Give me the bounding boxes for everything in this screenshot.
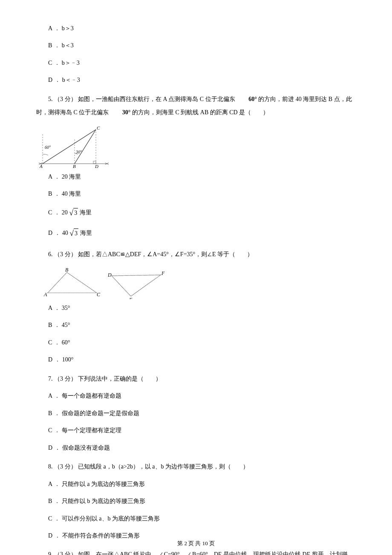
svg-text:D: D (95, 164, 98, 168)
q8-stem: 8. （3 分） 已知线段 a，b（a>2b），以 a、b 为边作等腰三角形，则… (48, 460, 356, 474)
q5-stem: 5. （3 分） 如图，一渔船由西往东航行，在 A 点测得海岛 C 位于北偏东 … (36, 93, 356, 119)
option-text: 可以作分别以 a、b 为底的等腰三角形 (62, 515, 160, 522)
option-text: b＞3 (62, 25, 74, 32)
q-points: （3 分） (54, 251, 77, 257)
q-text: 如图，若△ABC≌△DEF，∠A=45°，∠F=35°，则∠E 等于（ ） (78, 251, 253, 257)
q5-option-a: A ． 20 海里 (48, 172, 356, 182)
q9-stem: 9. （3 分） 如图，在一张△ABC 纸片中， ∠C=90°， ∠B=60°，… (48, 548, 356, 555)
svg-marker-21 (112, 275, 161, 296)
option-label: B ． (48, 191, 60, 197)
option-text: b＞﹣3 (62, 60, 80, 66)
q7-option-d: D ． 假命题没有逆命题 (48, 443, 356, 453)
q-number: 9. (48, 551, 53, 555)
q6-stem: 6. （3 分） 如图，若△ABC≌△DEF，∠A=45°，∠F=35°，则∠E… (48, 248, 356, 261)
option-label: B ． (48, 410, 60, 416)
option-label: D ． (48, 445, 61, 451)
option-label: A ． (48, 25, 60, 32)
sqrt-icon: √3 (69, 227, 78, 240)
q-text: 已知线段 a，b（a>2b），以 a、b 为边作等腰三角形，则（ ） (78, 463, 249, 470)
q5-option-d: D ． 40 √3 海里 (48, 227, 356, 240)
q5-option-b: B ． 40 海里 (48, 189, 356, 199)
q6-figure: A B C D E F (41, 267, 356, 299)
q-number: 6. (48, 251, 53, 257)
option-text: 100° (62, 356, 74, 363)
option-label: B ． (48, 42, 60, 49)
option-label: C ． (48, 209, 60, 215)
option-text: 海里 (78, 230, 92, 236)
degree-icon: 30° (110, 106, 131, 119)
option-label: B ． (48, 322, 60, 328)
q5-option-c: C ． 20 √3 海里 (48, 207, 356, 219)
svg-text:60°: 60° (45, 145, 51, 150)
option-text: 海里 (78, 209, 92, 215)
option-label: A ． (48, 305, 60, 311)
q4-option-c: C ． b＞﹣3 (48, 58, 356, 68)
option-label: D ． (48, 77, 61, 83)
option-label: B ． (48, 498, 60, 504)
option-text: 40 海里 (62, 191, 81, 197)
q7-option-c: C ． 每一个定理都有逆定理 (48, 426, 356, 435)
q-number: 7. (48, 376, 53, 382)
q8-option-b: B ． 只能作以 b 为底边的等腰三角形 (48, 497, 356, 506)
svg-text:F: F (161, 270, 165, 276)
option-label: C ． (48, 515, 60, 522)
svg-text:C: C (97, 292, 101, 298)
option-label: C ． (48, 60, 60, 66)
q-points: （3 分） (54, 551, 77, 555)
q7-stem: 7. （3 分） 下列说法中，正确的是（ ） (48, 373, 356, 386)
option-text: b＜3 (62, 42, 74, 49)
svg-text:B: B (65, 267, 69, 273)
q6-option-c: C ． 60° (48, 338, 356, 347)
option-label: A ． (48, 393, 60, 399)
q6-option-a: A ． 35° (48, 304, 356, 313)
option-text: b＜﹣3 (62, 77, 80, 83)
page-footer: 第 2 页 共 10 页 (0, 539, 392, 548)
q-points: （3 分） (54, 96, 77, 102)
option-text: 每一个定理都有逆定理 (62, 427, 121, 434)
degree-icon: 60° (236, 93, 257, 106)
svg-text:30°: 30° (75, 150, 82, 154)
svg-line-9 (75, 130, 96, 164)
option-text: 60° (62, 339, 70, 346)
sqrt-icon: √3 (69, 207, 78, 219)
q-number: 8. (48, 463, 53, 470)
q4-option-a: A ． b＞3 (48, 24, 356, 33)
q4-option-b: B ． b＜3 (48, 41, 356, 50)
option-text: 45° (62, 322, 70, 328)
q-text: 如图，在一张△ABC 纸片中， ∠C=90°， ∠B=60°，DE 是中位线，现… (78, 551, 348, 555)
option-text: 20 (62, 209, 69, 215)
option-text: 20 海里 (62, 173, 81, 180)
option-text: 40 (62, 230, 70, 236)
option-text: 假命题的逆命题一定是假命题 (62, 410, 139, 416)
q7-option-a: A ． 每一个命题都有逆命题 (48, 391, 356, 401)
q-text: 的方向，则海里 C 到航线 AB 的距离 CD 是（ ） (130, 109, 269, 116)
svg-marker-17 (48, 272, 97, 293)
q-points: （3 分） (54, 463, 77, 470)
option-label: D ． (48, 356, 61, 363)
q6-option-d: D ． 100° (48, 355, 356, 364)
svg-text:B: B (73, 164, 76, 168)
q4-option-d: D ． b＜﹣3 (48, 75, 356, 85)
svg-text:A: A (39, 164, 43, 168)
svg-text:C: C (97, 125, 100, 130)
option-label: D ． (48, 532, 61, 539)
q-text: 下列说法中，正确的是（ ） (78, 376, 161, 382)
option-label: D ． (48, 230, 61, 236)
option-label: C ． (48, 339, 60, 346)
q5-figure: 60° 30° A B D C (36, 125, 356, 168)
svg-text:A: A (43, 292, 47, 298)
q-points: （3 分） (54, 376, 77, 382)
option-text: 35° (62, 305, 70, 311)
option-text: 只能作以 a 为底边的等腰三角形 (62, 481, 145, 487)
option-label: A ． (48, 481, 60, 487)
option-text: 只能作以 b 为底边的等腰三角形 (62, 498, 145, 504)
q7-option-b: B ． 假命题的逆命题一定是假命题 (48, 409, 356, 418)
q-text: 如图，一渔船由西往东航行，在 A 点测得海岛 C 位于北偏东 (78, 96, 236, 102)
q8-option-a: A ． 只能作以 a 为底边的等腰三角形 (48, 480, 356, 489)
svg-text:E: E (129, 297, 133, 299)
q6-option-b: B ． 45° (48, 321, 356, 330)
option-label: A ． (48, 173, 60, 180)
option-label: C ． (48, 427, 60, 434)
option-text: 不能作符合条件的等腰三角形 (62, 532, 140, 539)
q-number: 5. (48, 96, 53, 102)
